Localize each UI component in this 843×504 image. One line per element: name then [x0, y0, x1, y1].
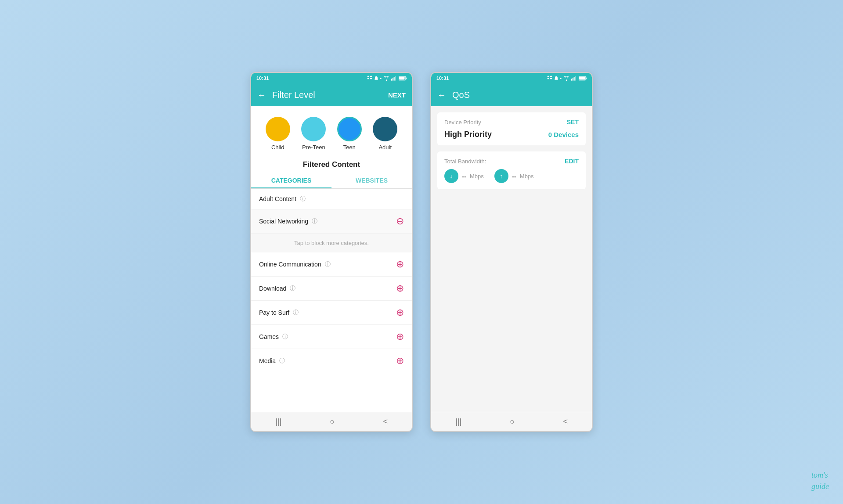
- download-value: --: [462, 173, 466, 180]
- profile-label-adult: Adult: [378, 144, 392, 151]
- status-time-1: 10:31: [256, 76, 269, 81]
- next-button[interactable]: NEXT: [388, 91, 406, 99]
- back-nav-icon[interactable]: <: [383, 417, 388, 426]
- recent-apps-icon-2[interactable]: |||: [455, 417, 461, 426]
- device-priority-header: Device Priority SET: [444, 119, 579, 126]
- status-icons-2: •: [547, 75, 587, 81]
- category-online-comm: Online Communication ⓘ ⊕: [251, 252, 412, 277]
- svg-rect-0: [367, 76, 369, 77]
- high-priority-row: High Priority 0 Devices: [444, 130, 579, 139]
- screen-content-1: Child Pre-Teen Teen Adult Filtered Conte…: [251, 106, 412, 412]
- remove-social-button[interactable]: ⊖: [396, 216, 404, 227]
- profile-circle-preteen[interactable]: [301, 117, 326, 141]
- home-icon-2[interactable]: ○: [510, 417, 515, 426]
- watermark-line2: guide: [811, 482, 829, 491]
- profile-circle-child[interactable]: [266, 117, 290, 141]
- tabs-row: CATEGORIES WEBSITES: [251, 173, 412, 189]
- category-pay-to-surf: Pay to Surf ⓘ ⊕: [251, 301, 412, 325]
- svg-rect-17: [574, 77, 575, 80]
- add-games-button[interactable]: ⊕: [396, 331, 404, 342]
- category-games: Games ⓘ ⊕: [251, 325, 412, 349]
- svg-rect-4: [391, 79, 392, 80]
- svg-rect-14: [550, 78, 552, 79]
- watermark-line1: tom's: [811, 471, 828, 479]
- info-icon-games[interactable]: ⓘ: [282, 333, 288, 341]
- device-priority-card: Device Priority SET High Priority 0 Devi…: [437, 112, 586, 145]
- tab-categories[interactable]: CATEGORIES: [251, 173, 331, 188]
- profile-circle-teen[interactable]: [337, 117, 362, 141]
- filtered-content-title: Filtered Content: [251, 155, 412, 173]
- bandwidth-row: ↓ -- Mbps ↑ -- Mbps: [444, 169, 579, 183]
- info-icon-online-comm[interactable]: ⓘ: [325, 260, 331, 268]
- info-icon-pay-to-surf[interactable]: ⓘ: [293, 309, 299, 317]
- phone-qos: 10:31 • ← QoS Device Priority SET High P…: [430, 72, 593, 432]
- tap-more-hint: Tap to block more categories.: [251, 234, 412, 252]
- page-title-2: QoS: [452, 90, 586, 100]
- info-icon-media[interactable]: ⓘ: [279, 357, 285, 365]
- watermark: tom's guide: [811, 469, 829, 492]
- svg-rect-20: [586, 77, 587, 79]
- device-priority-label: Device Priority: [444, 119, 481, 126]
- add-download-button[interactable]: ⊕: [396, 283, 404, 294]
- svg-rect-21: [579, 77, 585, 79]
- download-icon: ↓: [444, 169, 458, 183]
- qos-content: Device Priority SET High Priority 0 Devi…: [431, 106, 592, 412]
- info-icon-social[interactable]: ⓘ: [312, 217, 317, 225]
- status-time-2: 10:31: [436, 76, 449, 81]
- devices-count[interactable]: 0 Devices: [548, 131, 579, 138]
- svg-rect-11: [548, 76, 549, 77]
- svg-rect-2: [367, 78, 369, 79]
- profile-label-teen: Teen: [343, 144, 356, 151]
- download-unit: Mbps: [470, 173, 484, 180]
- set-button[interactable]: SET: [567, 119, 579, 126]
- back-button-1[interactable]: ←: [257, 90, 266, 100]
- bottom-nav-1: ||| ○ <: [251, 412, 412, 431]
- category-media: Media ⓘ ⊕: [251, 349, 412, 373]
- profile-label-child: Child: [271, 144, 285, 151]
- profiles-row: Child Pre-Teen Teen Adult: [251, 106, 412, 155]
- svg-rect-6: [394, 77, 395, 80]
- upload-unit: Mbps: [520, 173, 534, 180]
- svg-rect-15: [571, 79, 572, 80]
- add-pay-to-surf-button[interactable]: ⊕: [396, 307, 404, 318]
- back-button-2[interactable]: ←: [437, 90, 446, 100]
- edit-button[interactable]: EDIT: [565, 158, 579, 165]
- bandwidth-card: Total Bandwidth: EDIT ↓ -- Mbps ↑ -- Mbp…: [437, 151, 586, 189]
- recent-apps-icon[interactable]: |||: [275, 417, 281, 426]
- phone-filter-level: 10:31 • ← Filter Level NEXT Child: [250, 72, 413, 432]
- svg-rect-5: [393, 78, 393, 80]
- svg-rect-13: [548, 78, 549, 79]
- profile-circle-adult[interactable]: [373, 117, 397, 141]
- svg-rect-3: [370, 78, 372, 79]
- home-icon[interactable]: ○: [330, 417, 335, 426]
- back-nav-icon-2[interactable]: <: [563, 417, 568, 426]
- svg-rect-18: [575, 76, 576, 81]
- bandwidth-header: Total Bandwidth: EDIT: [444, 158, 579, 165]
- status-bar-1: 10:31 •: [251, 73, 412, 83]
- category-social-label: Social Networking ⓘ: [259, 217, 317, 225]
- profile-child[interactable]: Child: [266, 117, 290, 151]
- tab-websites[interactable]: WEBSITES: [331, 173, 412, 188]
- svg-rect-9: [406, 77, 407, 79]
- info-icon-download[interactable]: ⓘ: [290, 284, 295, 292]
- page-title-1: Filter Level: [272, 90, 388, 100]
- total-bandwidth-label: Total Bandwidth:: [444, 158, 486, 165]
- profile-label-preteen: Pre-Teen: [302, 144, 325, 151]
- info-icon-adult[interactable]: ⓘ: [300, 195, 306, 203]
- add-online-comm-button[interactable]: ⊕: [396, 259, 404, 270]
- svg-rect-16: [573, 78, 573, 80]
- nav-bar-2: ← QoS: [431, 83, 592, 106]
- bottom-nav-2: ||| ○ <: [431, 412, 592, 431]
- category-adult-content-label: Adult Content ⓘ: [259, 195, 306, 203]
- nav-bar-1: ← Filter Level NEXT: [251, 83, 412, 106]
- category-download: Download ⓘ ⊕: [251, 277, 412, 301]
- add-media-button[interactable]: ⊕: [396, 355, 404, 367]
- svg-rect-1: [370, 76, 372, 77]
- svg-rect-12: [550, 76, 552, 77]
- svg-rect-7: [395, 76, 396, 81]
- status-icons-1: •: [367, 75, 407, 81]
- profile-preteen[interactable]: Pre-Teen: [301, 117, 326, 151]
- profile-teen[interactable]: Teen: [337, 117, 362, 151]
- high-priority-label: High Priority: [444, 130, 492, 139]
- profile-adult[interactable]: Adult: [373, 117, 397, 151]
